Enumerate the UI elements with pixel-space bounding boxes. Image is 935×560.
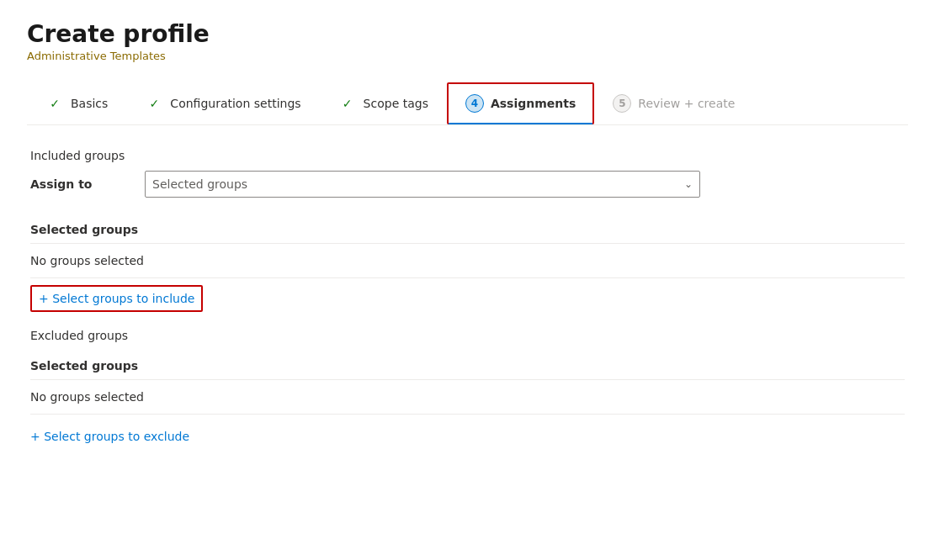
excluded-groups-table: Selected groups No groups selected xyxy=(30,351,905,415)
included-groups-label: Included groups xyxy=(30,149,905,162)
step-badge-review-create: 5 xyxy=(613,94,631,113)
wizard-step-assignments[interactable]: 4 Assignments xyxy=(447,82,594,124)
wizard-step-configuration[interactable]: ✓ Configuration settings xyxy=(126,82,319,124)
select-groups-to-exclude-button[interactable]: + Select groups to exclude xyxy=(30,421,189,452)
included-table-header: Selected groups xyxy=(30,214,905,244)
assign-to-dropdown[interactable]: Selected groups ⌄ xyxy=(145,171,700,198)
included-no-groups-row: No groups selected xyxy=(30,244,905,278)
check-icon-configuration: ✓ xyxy=(149,97,159,110)
step-badge-assignments: 4 xyxy=(465,94,484,113)
content-area: Included groups Assign to Selected group… xyxy=(27,149,908,465)
check-icon-scope-tags: ✓ xyxy=(343,97,353,110)
page-subtitle: Administrative Templates xyxy=(27,50,908,62)
page-title: Create profile xyxy=(27,20,908,48)
step-label-basics: Basics xyxy=(71,97,108,110)
chevron-down-icon: ⌄ xyxy=(684,178,693,190)
wizard-navigation: ✓ Basics ✓ Configuration settings ✓ Scop… xyxy=(27,82,908,125)
included-groups-table: Selected groups No groups selected xyxy=(30,214,905,278)
step-label-configuration: Configuration settings xyxy=(170,97,300,110)
wizard-step-review-create[interactable]: 5 Review + create xyxy=(594,82,753,124)
select-groups-to-include-button[interactable]: + Select groups to include xyxy=(30,285,203,312)
step-badge-scope-tags: ✓ xyxy=(338,94,357,113)
assign-to-row: Assign to Selected groups ⌄ xyxy=(30,171,905,198)
step-label-assignments: Assignments xyxy=(491,97,576,110)
step-label-review-create: Review + create xyxy=(638,97,735,110)
check-icon-basics: ✓ xyxy=(50,97,60,110)
wizard-step-scope-tags[interactable]: ✓ Scope tags xyxy=(320,82,447,124)
step-label-scope-tags: Scope tags xyxy=(364,97,428,110)
assign-to-label: Assign to xyxy=(30,177,131,191)
assign-to-value: Selected groups xyxy=(152,177,247,191)
step-badge-basics: ✓ xyxy=(45,94,64,113)
excluded-groups-label: Excluded groups xyxy=(30,329,905,342)
step-badge-configuration: ✓ xyxy=(145,94,163,113)
wizard-step-basics[interactable]: ✓ Basics xyxy=(27,82,126,124)
excluded-no-groups-row: No groups selected xyxy=(30,380,905,415)
excluded-table-header: Selected groups xyxy=(30,351,905,380)
